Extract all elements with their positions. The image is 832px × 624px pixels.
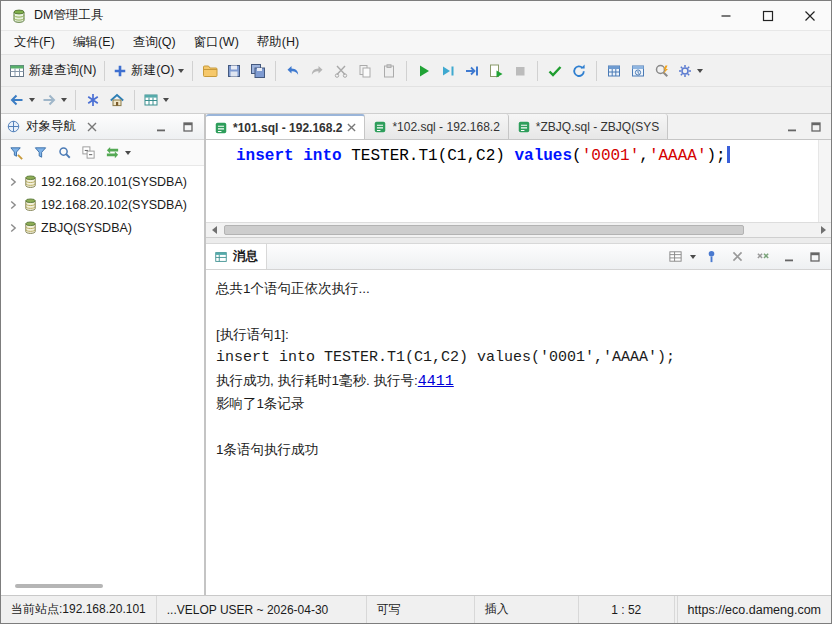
object-navigator-panel: 对象导航 192.168.20.101(SYSDBA)	[1, 114, 206, 595]
tree-item-102[interactable]: 192.168.20.102(SYSDBA)	[1, 193, 204, 216]
maximize-button[interactable]	[747, 1, 789, 30]
goto-object-button[interactable]	[81, 88, 105, 113]
paste-button[interactable]	[377, 58, 401, 83]
options-button[interactable]	[674, 58, 706, 83]
explain-plan-button[interactable]	[650, 58, 674, 83]
tree-hscrollbar-thumb[interactable]	[15, 584, 103, 588]
stop-icon	[512, 63, 528, 79]
sql-punct: ,	[639, 147, 649, 165]
message-line-total: 总共1个语句正依次执行...	[216, 277, 831, 300]
sql-file-icon	[517, 120, 531, 134]
execute-current-button[interactable]	[436, 58, 460, 83]
stop-button[interactable]	[508, 58, 532, 83]
tab-label: *ZBJQ.sql - ZBJQ(SYS	[536, 120, 659, 134]
table-view-button[interactable]	[140, 88, 172, 113]
scroll-lock-button[interactable]	[700, 246, 722, 268]
hscrollbar-thumb[interactable]	[224, 225, 744, 235]
redo-icon	[309, 63, 325, 79]
message-blank-line	[216, 415, 831, 438]
copy-button[interactable]	[353, 58, 377, 83]
tab-close-icon[interactable]	[347, 123, 356, 132]
status-input-mode: 插入	[475, 596, 579, 623]
monitor-button[interactable]	[626, 58, 650, 83]
new-query-button[interactable]: 新建查询(N)	[6, 58, 99, 83]
undo-button[interactable]	[281, 58, 305, 83]
agent-jobs-button[interactable]	[602, 58, 626, 83]
save-button[interactable]	[222, 58, 246, 83]
step-icon	[464, 63, 480, 79]
editor-tab-101[interactable]: *101.sql - 192.168.2	[206, 114, 365, 139]
run-script-button[interactable]	[484, 58, 508, 83]
menu-query[interactable]: 查询(Q)	[124, 32, 185, 53]
status-eco-link[interactable]: https://eco.dameng.com	[677, 596, 831, 623]
expander-icon[interactable]	[6, 221, 20, 235]
cut-button[interactable]	[329, 58, 353, 83]
scroll-left-icon[interactable]	[206, 223, 222, 237]
editor-tabbar: *101.sql - 192.168.2 *102.sql - 192.168.…	[206, 114, 831, 140]
editor-vscrollbar[interactable]	[818, 140, 831, 222]
remove-all-button[interactable]	[752, 246, 774, 268]
message-line-result: 执行成功, 执行耗时1毫秒. 执行号:4411	[216, 369, 831, 392]
expander-icon[interactable]	[6, 198, 20, 212]
titlebar: DM管理工具	[1, 1, 831, 31]
chevron-down-icon	[29, 98, 35, 102]
menu-help[interactable]: 帮助(H)	[248, 32, 308, 53]
link-editor-button[interactable]	[101, 142, 123, 164]
scroll-right-icon[interactable]	[815, 223, 831, 237]
tabbar-empty-space	[668, 114, 781, 139]
menu-file[interactable]: 文件(F)	[5, 32, 64, 53]
plus-icon	[113, 64, 127, 78]
editor-tab-102[interactable]: *102.sql - 192.168.2	[365, 114, 508, 139]
exec-no-link[interactable]: 4411	[418, 373, 454, 390]
maximize-view-button[interactable]	[177, 116, 199, 138]
chevron-down-icon[interactable]	[690, 255, 696, 259]
minimize-button[interactable]	[705, 1, 747, 30]
open-button[interactable]	[198, 58, 222, 83]
toolbar-separator	[75, 90, 76, 110]
maximize-messages-button[interactable]	[804, 246, 826, 268]
sql-editor[interactable]: insert into TESTER.T1(C1,C2) values('000…	[206, 140, 831, 222]
minimize-editor-button[interactable]	[781, 116, 803, 138]
back-button[interactable]	[6, 88, 38, 113]
step-execute-button[interactable]	[460, 58, 484, 83]
editor-tab-zbjq[interactable]: *ZBJQ.sql - ZBJQ(SYS	[509, 114, 668, 139]
sidebar-toolbar	[1, 140, 204, 166]
editor-hscrollbar[interactable]	[206, 222, 831, 238]
expander-icon[interactable]	[6, 175, 20, 189]
filter-edit-button[interactable]	[5, 142, 27, 164]
tree-item-zbjq[interactable]: ZBJQ(SYSDBA)	[1, 216, 204, 239]
message-line-affected: 影响了1条记录	[216, 392, 831, 415]
result-view-button[interactable]	[664, 246, 686, 268]
maximize-editor-button[interactable]	[805, 116, 827, 138]
tree-item-101[interactable]: 192.168.20.101(SYSDBA)	[1, 170, 204, 193]
messages-tab[interactable]: 消息	[206, 244, 267, 269]
redo-button[interactable]	[305, 58, 329, 83]
execute-button[interactable]	[412, 58, 436, 83]
sidebar-header: 对象导航	[1, 114, 204, 140]
menu-edit[interactable]: 编辑(E)	[64, 32, 124, 53]
status-write-mode: 可写	[367, 596, 475, 623]
check-syntax-button[interactable]	[543, 58, 567, 83]
close-view-button[interactable]	[81, 116, 103, 138]
collapse-all-button[interactable]	[77, 142, 99, 164]
new-object-label: 新建(O)	[131, 62, 174, 79]
text-caret	[727, 146, 730, 163]
filter-button[interactable]	[29, 142, 51, 164]
save-all-button[interactable]	[246, 58, 270, 83]
result-text: 执行成功, 执行耗时1毫秒. 执行号:	[216, 373, 418, 388]
view-menu-icon[interactable]	[125, 151, 131, 155]
minimize-messages-button[interactable]	[778, 246, 800, 268]
close-button[interactable]	[789, 1, 831, 30]
database-icon	[23, 220, 38, 235]
new-object-button[interactable]: 新建(O)	[110, 58, 187, 83]
refresh-button[interactable]	[567, 58, 591, 83]
goto-icon	[85, 92, 101, 108]
search-button[interactable]	[53, 142, 75, 164]
menu-window[interactable]: 窗口(W)	[185, 32, 248, 53]
forward-button[interactable]	[38, 88, 70, 113]
home-button[interactable]	[105, 88, 129, 113]
minimize-view-button[interactable]	[150, 116, 172, 138]
app-window: DM管理工具 文件(F) 编辑(E) 查询(Q) 窗口(W) 帮助(H) 新建查…	[0, 0, 832, 624]
sql-file-icon	[373, 120, 387, 134]
clear-console-button[interactable]	[726, 246, 748, 268]
